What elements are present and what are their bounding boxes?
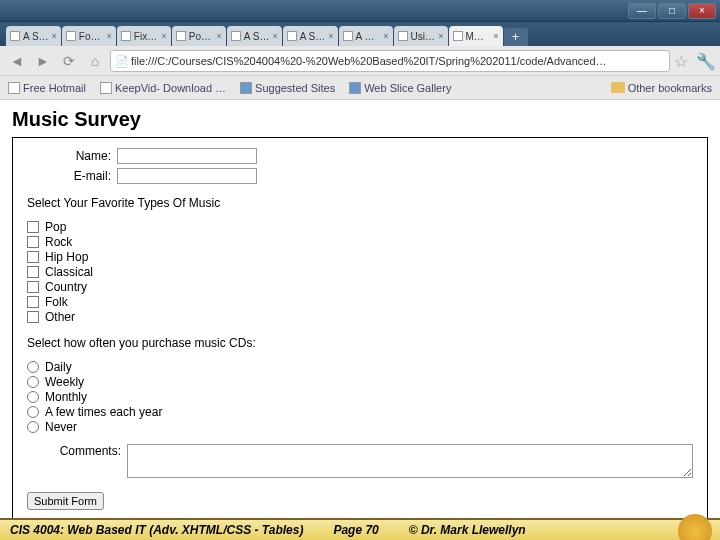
tab-label: Fix… [134, 31, 157, 42]
name-input[interactable] [117, 148, 257, 164]
bookmark-label: Free Hotmail [23, 82, 86, 94]
tab-close-icon[interactable]: × [493, 31, 498, 41]
radio[interactable] [27, 421, 39, 433]
option-label: Pop [45, 220, 66, 234]
browser-tab[interactable]: Fo…× [62, 26, 116, 46]
bookmark-item[interactable]: Suggested Sites [240, 82, 335, 94]
tab-close-icon[interactable]: × [217, 31, 222, 41]
name-label: Name: [27, 149, 117, 163]
back-button[interactable]: ◄ [6, 50, 28, 72]
browser-tab[interactable]: A S…× [6, 26, 61, 46]
checkbox[interactable] [27, 221, 39, 233]
email-input[interactable] [117, 168, 257, 184]
radio[interactable] [27, 376, 39, 388]
bookmark-label: KeepVid- Download … [115, 82, 226, 94]
tab-label: Po… [189, 31, 211, 42]
option-label: A few times each year [45, 405, 162, 419]
tab-label: A S… [244, 31, 270, 42]
bookmark-label: Web Slice Gallery [364, 82, 451, 94]
page-icon [398, 31, 408, 41]
page-icon [10, 31, 20, 41]
option-label: Daily [45, 360, 72, 374]
radio[interactable] [27, 391, 39, 403]
submit-button[interactable]: Submit Form [27, 492, 104, 510]
bookmark-label: Suggested Sites [255, 82, 335, 94]
nav-bar: ◄ ► ⟳ ⌂ 📄 file:///C:/Courses/CIS%204004%… [0, 46, 720, 76]
comments-textarea[interactable] [127, 444, 693, 478]
page-icon [121, 31, 131, 41]
bookmark-item[interactable]: Free Hotmail [8, 82, 86, 94]
page-icon [8, 82, 20, 94]
browser-tab[interactable]: A S…× [227, 26, 282, 46]
url-bar[interactable]: 📄 file:///C:/Courses/CIS%204004%20-%20We… [110, 50, 670, 72]
page-icon [343, 31, 353, 41]
option-label: Other [45, 310, 75, 324]
page-icon [287, 31, 297, 41]
ie-icon [349, 82, 361, 94]
tab-label: Usi… [411, 31, 435, 42]
page-icon [66, 31, 76, 41]
checkbox[interactable] [27, 296, 39, 308]
reload-button[interactable]: ⟳ [58, 50, 80, 72]
radio[interactable] [27, 406, 39, 418]
other-bookmarks[interactable]: Other bookmarks [611, 82, 712, 94]
browser-tab[interactable]: Po…× [172, 26, 226, 46]
browser-tab[interactable]: Usi…× [394, 26, 448, 46]
option-label: Hip Hop [45, 250, 88, 264]
page-icon [100, 82, 112, 94]
checkbox[interactable] [27, 281, 39, 293]
option-label: Weekly [45, 375, 84, 389]
comments-label: Comments: [27, 444, 127, 458]
tab-close-icon[interactable]: × [162, 31, 167, 41]
checkbox[interactable] [27, 266, 39, 278]
browser-tab-active[interactable]: M…× [449, 26, 503, 46]
close-button[interactable]: × [688, 3, 716, 19]
tab-close-icon[interactable]: × [328, 31, 333, 41]
bookmark-item[interactable]: KeepVid- Download … [100, 82, 226, 94]
tab-label: M… [466, 31, 484, 42]
footer-page: Page 70 [333, 523, 378, 537]
option-label: Monthly [45, 390, 87, 404]
url-text: file:///C:/Courses/CIS%204004%20-%20Web%… [131, 55, 607, 67]
page-icon [231, 31, 241, 41]
other-bookmarks-label: Other bookmarks [628, 82, 712, 94]
tab-close-icon[interactable]: × [383, 31, 388, 41]
radio[interactable] [27, 361, 39, 373]
option-label: Never [45, 420, 77, 434]
browser-tab[interactable]: Fix…× [117, 26, 171, 46]
folder-icon [611, 82, 625, 93]
bookmark-item[interactable]: Web Slice Gallery [349, 82, 451, 94]
footer-copyright: © Dr. Mark Llewellyn [409, 523, 526, 537]
checkbox[interactable] [27, 251, 39, 263]
page-icon: 📄 [115, 55, 127, 67]
tab-close-icon[interactable]: × [272, 31, 277, 41]
page-content: Music Survey Name: E-mail: Select Your F… [0, 100, 720, 518]
home-button[interactable]: ⌂ [84, 50, 106, 72]
option-label: Rock [45, 235, 72, 249]
checkbox[interactable] [27, 236, 39, 248]
browser-tab[interactable]: A …× [339, 26, 393, 46]
page-title: Music Survey [12, 108, 708, 131]
forward-button[interactable]: ► [32, 50, 54, 72]
tab-bar: A S…× Fo…× Fix…× Po…× A S…× A S…× A …× U… [0, 22, 720, 46]
tab-close-icon[interactable]: × [107, 31, 112, 41]
settings-wrench-icon[interactable]: 🔧 [696, 52, 714, 70]
bookmark-star-icon[interactable]: ☆ [674, 52, 692, 70]
new-tab-button[interactable]: + [504, 28, 528, 46]
ucf-logo-icon [678, 514, 712, 540]
cd-prompt: Select how often you purchase music CDs: [27, 336, 693, 350]
browser-tab[interactable]: A S…× [283, 26, 338, 46]
tab-label: Fo… [79, 31, 101, 42]
tab-close-icon[interactable]: × [52, 31, 57, 41]
bookmark-bar: Free Hotmail KeepVid- Download … Suggest… [0, 76, 720, 100]
tab-close-icon[interactable]: × [438, 31, 443, 41]
slide-footer: CIS 4004: Web Based IT (Adv. XHTML/CSS -… [0, 518, 720, 540]
maximize-button[interactable]: □ [658, 3, 686, 19]
minimize-button[interactable]: — [628, 3, 656, 19]
window-titlebar: — □ × [0, 0, 720, 22]
tab-label: A S… [300, 31, 326, 42]
survey-form: Name: E-mail: Select Your Favorite Types… [12, 137, 708, 518]
ie-icon [240, 82, 252, 94]
checkbox[interactable] [27, 311, 39, 323]
footer-course: CIS 4004: Web Based IT (Adv. XHTML/CSS -… [10, 523, 303, 537]
